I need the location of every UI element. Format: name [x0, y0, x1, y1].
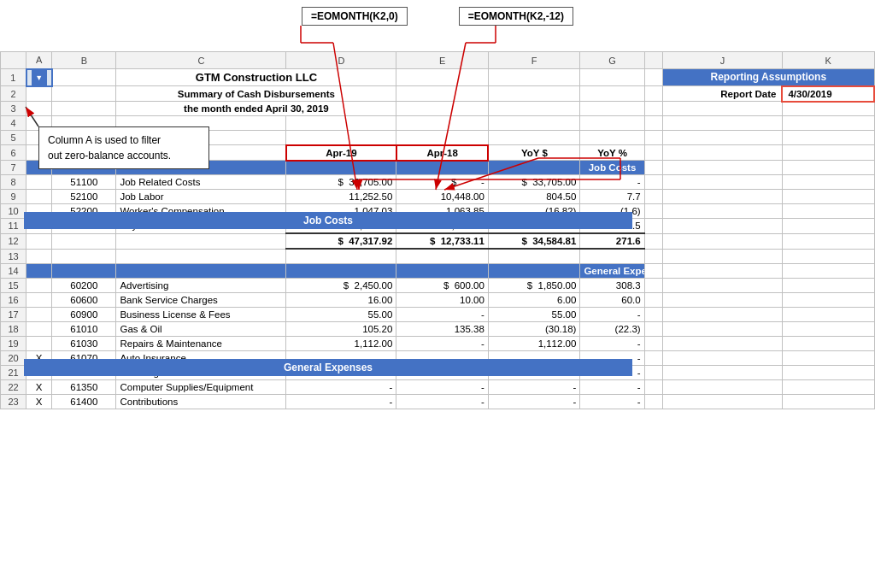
- cell-10e: 1,063.85: [396, 204, 489, 219]
- cell-11f: 92.13: [488, 219, 580, 234]
- rownum-16: 16: [1, 292, 26, 307]
- cell-11a: [26, 219, 52, 234]
- rownum-6: 6: [1, 145, 26, 161]
- rownum-12: 12: [1, 233, 26, 249]
- cell-20j: [663, 350, 783, 365]
- cell-4gap: [644, 116, 663, 131]
- rownum-13: 13: [1, 249, 26, 263]
- rownum-20: 20: [1, 350, 26, 365]
- cell-8e: $ -: [396, 175, 489, 190]
- cell-9g: 7.7: [580, 190, 644, 204]
- cell-9f: 804.50: [488, 190, 580, 204]
- cell-10f: (16.82): [488, 204, 580, 219]
- rownum-21: 21: [1, 365, 26, 379]
- cell-1a[interactable]: ▼: [26, 69, 52, 86]
- cell-13c: [116, 249, 286, 263]
- cell-16j: [663, 292, 783, 307]
- cell-21gap: [644, 365, 663, 379]
- cell-12f: $ 34,584.81: [488, 233, 580, 249]
- cell-19k: [782, 336, 874, 350]
- cell-13j: [663, 249, 783, 263]
- rownum-5: 5: [1, 131, 26, 145]
- cell-7j: [663, 161, 783, 175]
- filter-button[interactable]: ▼: [32, 70, 47, 85]
- cell-6f-header: YoY $: [488, 145, 580, 161]
- cell-15c: Advertising: [116, 278, 286, 292]
- rownum-15: 15: [1, 278, 26, 292]
- cell-17c: Business License & Fees: [116, 307, 286, 321]
- cell-17g: -: [580, 307, 644, 321]
- cell-22j: [663, 379, 783, 394]
- row-22: 22 X 61350 Computer Supplies/Equipment -…: [1, 379, 875, 394]
- cell-4d: [286, 116, 396, 131]
- cell-19gap: [644, 336, 663, 350]
- row-20: 20 X 61070 Auto Insurance - - - -: [1, 350, 875, 365]
- rownum-10: 10: [1, 204, 26, 219]
- rownum-14: 14: [1, 263, 26, 278]
- cell-19e: -: [396, 336, 489, 350]
- cell-15e: $ 600.00: [396, 278, 489, 292]
- cell-8a: [26, 175, 52, 190]
- cell-15gap: [644, 278, 663, 292]
- cell-subtitle2: the month ended April 30, 2019: [116, 102, 396, 116]
- cell-21e: -: [396, 365, 489, 379]
- cell-19f: 1,112.00: [488, 336, 580, 350]
- cell-4e: [396, 116, 489, 131]
- cell-16c: Bank Service Charges: [116, 292, 286, 307]
- cell-15j: [663, 278, 783, 292]
- cell-14f: [488, 263, 580, 278]
- cell-10a: [26, 204, 52, 219]
- col-header-b: B: [52, 52, 116, 69]
- cell-23g: -: [580, 394, 644, 409]
- cell-12gap: [644, 233, 663, 249]
- cell-20b: 61070: [52, 350, 116, 365]
- cell-5gap: [644, 131, 663, 145]
- callout-text: Column A is used to filterout zero-balan…: [48, 134, 171, 162]
- cell-20d: -: [286, 350, 396, 365]
- cell-1e: [396, 69, 489, 86]
- rownum-4: 4: [1, 116, 26, 131]
- row-10: 10 52200 Worker's Compensation 1,047.03 …: [1, 204, 875, 219]
- cell-18gap: [644, 321, 663, 336]
- cell-15k: [782, 278, 874, 292]
- cell-23c: Contributions: [116, 394, 286, 409]
- row-16: 16 60600 Bank Service Charges 16.00 10.0…: [1, 292, 875, 307]
- col-header-f: F: [488, 52, 580, 69]
- rownum-19: 19: [1, 336, 26, 350]
- cell-14k: [782, 263, 874, 278]
- cell-18j: [663, 321, 783, 336]
- cell-16e: 10.00: [396, 292, 489, 307]
- row-23: 23 X 61400 Contributions - - - -: [1, 394, 875, 409]
- cell-15d: $ 2,450.00: [286, 278, 396, 292]
- cell-6k: [782, 145, 874, 161]
- cell-17d: 55.00: [286, 307, 396, 321]
- cell-23k: [782, 394, 874, 409]
- col-header-rownum: [1, 52, 26, 69]
- cell-14g: General Expenses: [580, 263, 644, 278]
- cell-19j: [663, 336, 783, 350]
- cell-13gap: [644, 249, 663, 263]
- cell-21d: -: [286, 365, 396, 379]
- cell-4g: [580, 116, 644, 131]
- cell-14e: [396, 263, 489, 278]
- cell-5j: [663, 131, 783, 145]
- cell-7e: [396, 161, 489, 175]
- report-date-label: Report Date: [663, 86, 783, 102]
- cell-8b: 51100: [52, 175, 116, 190]
- row-2: 2 Summary of Cash Disbursements Report D…: [1, 86, 875, 102]
- cell-1f: [488, 69, 580, 86]
- cell-10d: 1,047.03: [286, 204, 396, 219]
- cell-23j: [663, 394, 783, 409]
- cell-16a: [26, 292, 52, 307]
- cell-3k: [782, 102, 874, 116]
- cell-14b: [52, 263, 116, 278]
- cell-11d: 1,313.39: [286, 219, 396, 234]
- cell-5e: [396, 131, 489, 145]
- cell-9b: 52100: [52, 190, 116, 204]
- cell-21b: 61300: [52, 365, 116, 379]
- row-18: 18 61010 Gas & Oil 105.20 135.38 (30.18)…: [1, 321, 875, 336]
- cell-13d: [286, 249, 396, 263]
- cell-23a: X: [26, 394, 52, 409]
- cell-8gap: [644, 175, 663, 190]
- cell-5g: [580, 131, 644, 145]
